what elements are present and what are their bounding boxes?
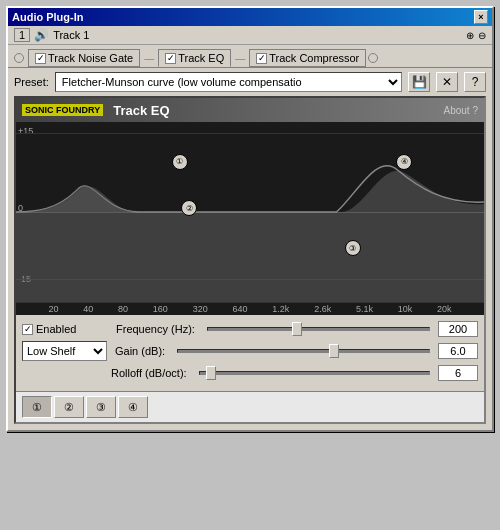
tab-left-radio[interactable] <box>14 53 24 63</box>
tab-compressor-label: Track Compressor <box>269 52 359 64</box>
preset-select[interactable]: Fletcher-Munson curve (low volume compen… <box>55 72 402 92</box>
tab-eq[interactable]: ✓ Track EQ <box>158 49 231 67</box>
freq-40: 40 <box>83 304 93 314</box>
top-controls: ⊕ ⊖ <box>466 30 486 41</box>
control-point-3[interactable]: ③ <box>345 240 361 256</box>
plugin-area: SONIC FOUNDRY Track EQ About ? +15 0 -15 <box>14 96 486 424</box>
eq-curve-svg <box>16 122 484 302</box>
eq-checkbox[interactable]: ✓ <box>165 53 176 64</box>
rolloff-value[interactable]: 6 <box>438 365 478 381</box>
plugin-header-title: SONIC FOUNDRY Track EQ <box>22 103 170 118</box>
enabled-control: ✓ Enabled <box>22 323 112 335</box>
freq-80: 80 <box>118 304 128 314</box>
tab-compressor[interactable]: ✓ Track Compressor <box>249 49 366 67</box>
filter-type-select[interactable]: Low Shelf High Shelf Peak Low Pass High … <box>22 341 107 361</box>
frequency-value[interactable]: 200 <box>438 321 478 337</box>
param-row-1: ✓ Enabled Frequency (Hz): 200 <box>22 321 478 337</box>
track-number: 1 <box>14 28 30 42</box>
gain-label: Gain (dB): <box>115 345 165 357</box>
band-tabs: ① ② ③ ④ <box>16 391 484 422</box>
freq-160: 160 <box>153 304 168 314</box>
freq-10k: 10k <box>398 304 413 314</box>
compressor-checkbox[interactable]: ✓ <box>256 53 267 64</box>
bottom-padding <box>8 424 492 430</box>
band-tab-1[interactable]: ① <box>22 396 52 418</box>
freq-320: 320 <box>193 304 208 314</box>
track-name: Track 1 <box>53 29 89 41</box>
tab-right-radio[interactable] <box>368 53 378 63</box>
title-bar-left: Audio Plug-In <box>12 11 83 23</box>
params-area: ✓ Enabled Frequency (Hz): 200 Low Shelf … <box>16 315 484 391</box>
sonic-foundry-logo: SONIC FOUNDRY <box>22 104 103 116</box>
preset-save-button[interactable]: 💾 <box>408 72 430 92</box>
control-point-2[interactable]: ② <box>181 200 197 216</box>
enabled-checkbox[interactable]: ✓ <box>22 324 33 335</box>
gain-value[interactable]: 6.0 <box>438 343 478 359</box>
tab-noise-gate[interactable]: ✓ Track Noise Gate <box>28 49 140 67</box>
frequency-slider[interactable] <box>207 327 430 331</box>
noise-gate-checkbox[interactable]: ✓ <box>35 53 46 64</box>
preset-help-button[interactable]: ? <box>464 72 486 92</box>
frequency-label: Frequency (Hz): <box>116 323 195 335</box>
title-bar: Audio Plug-In × <box>8 8 492 26</box>
tab-eq-label: Track EQ <box>178 52 224 64</box>
rolloff-slider[interactable] <box>199 371 430 375</box>
band-tab-4[interactable]: ④ <box>118 396 148 418</box>
freq-labels: 20 40 80 160 320 640 1.2k 2.6k 5.1k 10k … <box>16 302 484 315</box>
plugin-title: Track EQ <box>113 103 169 118</box>
tab-separator-1: — <box>142 53 156 64</box>
gain-slider[interactable] <box>177 349 430 353</box>
about-button[interactable]: About ? <box>444 105 478 116</box>
control-point-1[interactable]: ① <box>172 154 188 170</box>
tab-row: ✓ Track Noise Gate — ✓ Track EQ — ✓ Trac… <box>8 45 492 68</box>
main-window: Audio Plug-In × 1 🔊 Track 1 ⊕ ⊖ ✓ Track … <box>6 6 494 432</box>
track-icon: 🔊 <box>34 28 49 42</box>
band-tab-2[interactable]: ② <box>54 396 84 418</box>
preset-row: Preset: Fletcher-Munson curve (low volum… <box>8 68 492 96</box>
control-point-4[interactable]: ④ <box>396 154 412 170</box>
frequency-slider-thumb[interactable] <box>292 322 302 336</box>
plugin-header: SONIC FOUNDRY Track EQ About ? <box>16 98 484 122</box>
freq-1k2: 1.2k <box>272 304 289 314</box>
param-row-3: Rolloff (dB/oct): 6 <box>111 365 478 381</box>
track-info: 1 🔊 Track 1 <box>14 28 89 42</box>
enabled-label-text: Enabled <box>36 323 76 335</box>
close-button[interactable]: × <box>474 10 488 24</box>
preset-label: Preset: <box>14 76 49 88</box>
rolloff-label: Rolloff (dB/oct): <box>111 367 187 379</box>
eq-graph[interactable]: +15 0 -15 ① ② ③ ④ <box>16 122 484 302</box>
freq-640: 640 <box>232 304 247 314</box>
preset-delete-button[interactable]: ✕ <box>436 72 458 92</box>
tab-noise-gate-label: Track Noise Gate <box>48 52 133 64</box>
freq-20: 20 <box>48 304 58 314</box>
collapse-icon[interactable]: ⊖ <box>478 30 486 41</box>
gain-slider-thumb[interactable] <box>329 344 339 358</box>
freq-5k1: 5.1k <box>356 304 373 314</box>
window-title: Audio Plug-In <box>12 11 83 23</box>
freq-20k: 20k <box>437 304 452 314</box>
param-row-2: Low Shelf High Shelf Peak Low Pass High … <box>22 341 478 361</box>
band-tab-3[interactable]: ③ <box>86 396 116 418</box>
rolloff-slider-thumb[interactable] <box>206 366 216 380</box>
tab-separator-2: — <box>233 53 247 64</box>
freq-2k6: 2.6k <box>314 304 331 314</box>
expand-icon[interactable]: ⊕ <box>466 30 474 41</box>
